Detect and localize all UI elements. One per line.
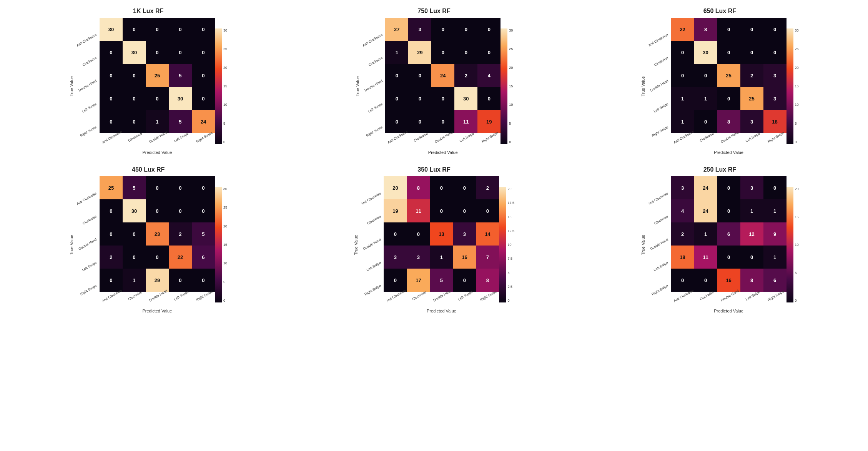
matrix-cell: 0 (169, 18, 192, 41)
matrix-cell: 23 (146, 222, 169, 246)
colorbar-tick-label: 5 (795, 271, 799, 275)
y-tick-label: Double Hand (647, 237, 669, 252)
colorbar-tick-label: 20 (795, 66, 799, 70)
colorbar-ticks-3: 302520151050 (223, 187, 227, 302)
confusion-matrix-0: 300000030000002550000300001524 (100, 18, 215, 133)
matrix-cell: 1 (694, 222, 717, 246)
colorbar-tick-label: 25 (223, 47, 227, 51)
y-axis-label-5: True Value (641, 235, 645, 255)
matrix-cell: 0 (385, 87, 408, 110)
matrix-cell: 0 (763, 41, 787, 64)
colorbar-tick-label: 10 (795, 243, 799, 247)
matrix-cell: 0 (408, 87, 431, 110)
y-tick-label: Double Hand (76, 237, 98, 252)
matrix-cell: 4 (671, 199, 694, 222)
matrix-cell: 18 (671, 246, 694, 269)
matrix-cell: 0 (146, 246, 169, 269)
matrix-cell: 1 (694, 87, 717, 110)
matrix-cell: 1 (671, 87, 694, 110)
matrix-cell: 0 (740, 246, 763, 269)
matrix-cell: 0 (192, 199, 215, 222)
matrix-cell: 0 (740, 41, 763, 64)
matrix-cell: 24 (694, 176, 717, 199)
matrix-cell: 30 (694, 41, 717, 64)
matrix-cell: 0 (192, 64, 215, 87)
confusion-matrix-2: 228000030000002523110253108318 (671, 18, 787, 133)
y-tick-label: Clockwise (360, 214, 382, 229)
chart-area-1: True ValueAnti ClockwiseClockwiseDouble … (355, 18, 513, 155)
colorbar-3 (215, 187, 222, 302)
matrix-cell: 1 (763, 246, 787, 269)
matrix-cell: 30 (100, 18, 123, 41)
colorbar-wrap-5: 20151050 (787, 187, 799, 302)
matrix-cell: 0 (407, 222, 430, 246)
matrix-cell: 0 (694, 269, 717, 292)
x-axis-label-4: Predicted Value (384, 309, 499, 313)
matrix-cell: 16 (453, 246, 476, 269)
colorbar-tick-label: 15 (223, 243, 227, 247)
matrix-cell: 0 (454, 18, 477, 41)
y-tick-label: Double Hand (360, 237, 382, 252)
matrix-cell: 0 (453, 199, 476, 222)
colorbar-5 (787, 187, 793, 302)
matrix-cell: 0 (192, 41, 215, 64)
colorbar-tick-label: 12.5 (507, 229, 514, 233)
matrix-cell: 19 (384, 199, 407, 222)
matrix-cell: 22 (671, 18, 694, 41)
y-tick-label: Right Swipe (647, 284, 669, 298)
matrix-cell: 0 (477, 18, 501, 41)
matrix-cell: 0 (431, 87, 454, 110)
y-tick-label: Right Swipe (360, 284, 382, 298)
matrix-cell: 0 (146, 41, 169, 64)
matrix-cell: 0 (477, 41, 501, 64)
matrix-cell: 18 (763, 110, 787, 133)
y-tick-label: Anti Clockwise (360, 191, 382, 206)
x-axis-label-5: Predicted Value (671, 309, 787, 313)
matrix-cell: 25 (740, 87, 763, 110)
colorbar-tick-label: 10 (223, 261, 227, 265)
matrix-cell: 0 (694, 64, 717, 87)
matrix-cell: 0 (100, 269, 123, 292)
matrix-cell: 0 (100, 64, 123, 87)
y-tick-label: Clockwise (647, 214, 669, 229)
matrix-cell: 0 (453, 269, 476, 292)
x-ticks-0: Anti ClockwiseClockwiseDouble HandLeft S… (100, 133, 215, 139)
colorbar-tick-label: 30 (223, 187, 227, 191)
matrix-cell: 24 (192, 110, 215, 133)
matrix-cell: 0 (123, 18, 146, 41)
confusion-matrix-4: 20800219110000013314331167017508 (384, 176, 499, 292)
matrix-cell: 1 (385, 41, 408, 64)
matrix-wrap-1: 2730001290000024240003000001119Anti Cloc… (385, 18, 501, 155)
colorbar-tick-label: 5 (795, 122, 799, 125)
matrix-cell: 1 (671, 110, 694, 133)
colorbar-tick-label: 5 (507, 271, 514, 275)
matrix-cell: 1 (763, 199, 787, 222)
colorbar-wrap-2: 302520151050 (787, 28, 799, 144)
matrix-cell: 5 (169, 64, 192, 87)
matrix-cell: 0 (717, 246, 740, 269)
matrix-cell: 3 (408, 18, 431, 41)
y-tick-label: Left Swipe (647, 102, 669, 117)
matrix-cell: 0 (385, 64, 408, 87)
matrix-cell: 0 (717, 199, 740, 222)
main-grid: 1K Lux RFTrue ValueAnti ClockwiseClockwi… (11, 8, 857, 313)
matrix-cell: 0 (476, 199, 499, 222)
matrix-cell: 0 (717, 87, 740, 110)
chart-title-4: 350 Lux RF (417, 166, 450, 173)
matrix-cell: 0 (431, 18, 454, 41)
matrix-cell: 0 (408, 64, 431, 87)
y-tick-label: Left Swipe (76, 102, 98, 117)
colorbar-wrap-4: 2017.51512.5107.552.50 (499, 187, 514, 302)
matrix-cell: 0 (146, 18, 169, 41)
matrix-cell: 30 (169, 87, 192, 110)
colorbar-tick-label: 25 (223, 205, 227, 209)
chart-title-2: 650 Lux RF (703, 8, 736, 15)
y-tick-label: Double Hand (362, 79, 383, 94)
matrix-cell: 2 (454, 64, 477, 87)
matrix-cell: 29 (408, 41, 431, 64)
matrix-cell: 3 (763, 64, 787, 87)
x-ticks-1: Anti ClockwiseClockwiseDouble HandLeft S… (385, 133, 501, 139)
colorbar-tick-label: 25 (795, 47, 799, 51)
y-tick-label: Clockwise (76, 56, 98, 70)
matrix-cell: 0 (671, 41, 694, 64)
